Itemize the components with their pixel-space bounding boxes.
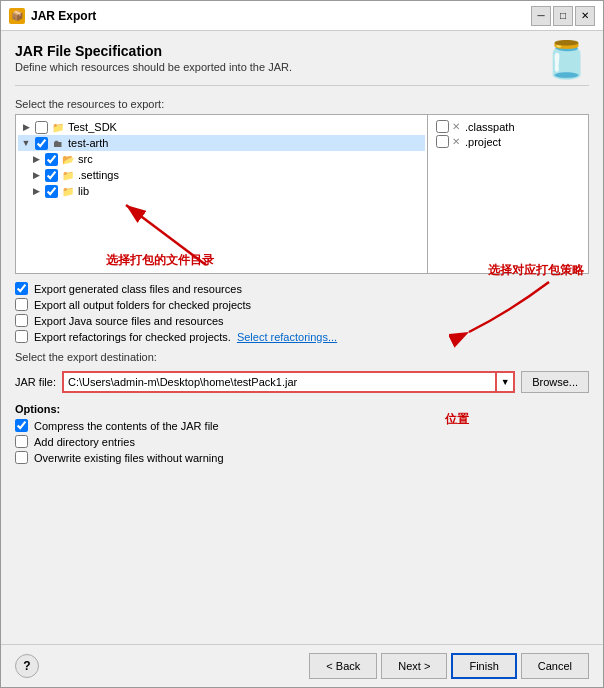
checkbox-src[interactable]: [45, 153, 58, 166]
title-bar: 📦 JAR Export ─ □ ✕: [1, 1, 603, 31]
tree-label-src: src: [78, 153, 93, 165]
tree-label-test-sdk: Test_SDK: [68, 121, 117, 133]
option-refactorings-label: Export refactorings for checked projects…: [34, 331, 231, 343]
option-java-source-label: Export Java source files and resources: [34, 315, 224, 327]
options-label: Options:: [15, 403, 589, 415]
settings-folder-icon: 📁: [61, 168, 75, 182]
src-icon: 📂: [61, 152, 75, 166]
checkbox-overwrite[interactable]: [15, 451, 28, 464]
checkbox-refactorings[interactable]: [15, 330, 28, 343]
jar-file-input[interactable]: [62, 371, 497, 393]
option-compress-label: Compress the contents of the JAR file: [34, 420, 219, 432]
project-icon: 🖿: [51, 136, 65, 150]
option-output-folders-label: Export all output folders for checked pr…: [34, 299, 251, 311]
tree-label-test-arth: test-arth: [68, 137, 108, 149]
section-description: Define which resources should be exporte…: [15, 61, 589, 73]
destination-row: JAR file: ▼ Browse...: [15, 371, 589, 393]
option-dir-entries[interactable]: Add directory entries: [15, 435, 589, 448]
help-button[interactable]: ?: [15, 654, 39, 678]
jar-file-input-wrap: ▼: [62, 371, 515, 393]
destination-label: Select the export destination:: [15, 351, 589, 363]
checkbox-settings[interactable]: [45, 169, 58, 182]
right-item-project[interactable]: ✕ .project: [434, 134, 582, 149]
checkbox-test-sdk[interactable]: [35, 121, 48, 134]
checkbox-project[interactable]: [436, 135, 449, 148]
checkbox-output-folders[interactable]: [15, 298, 28, 311]
tree-panel[interactable]: ▶ 📁 Test_SDK ▼ 🖿 test-arth ▶: [16, 115, 428, 273]
checkbox-java-source[interactable]: [15, 314, 28, 327]
jar-file-label: JAR file:: [15, 376, 56, 388]
close-button[interactable]: ✕: [575, 6, 595, 26]
option-dir-entries-label: Add directory entries: [34, 436, 135, 448]
right-item-classpath[interactable]: ✕ .classpath: [434, 119, 582, 134]
window-title: JAR Export: [31, 9, 531, 23]
finish-button[interactable]: Finish: [451, 653, 516, 679]
x-icon-project: ✕: [452, 136, 460, 147]
annotation-label-2: 选择对应打包策略: [488, 262, 584, 279]
option-refactorings[interactable]: Export refactorings for checked projects…: [15, 330, 589, 343]
label-classpath: .classpath: [465, 121, 515, 133]
option-overwrite[interactable]: Overwrite existing files without warning: [15, 451, 589, 464]
tree-label-settings: .settings: [78, 169, 119, 181]
output-options-section: Options: Compress the contents of the JA…: [15, 401, 589, 464]
maximize-button[interactable]: □: [553, 6, 573, 26]
output-options-list: Compress the contents of the JAR file Ad…: [15, 419, 589, 464]
expand-arrow-arth: ▼: [20, 137, 32, 149]
tree-item-lib[interactable]: ▶ 📁 lib: [18, 183, 425, 199]
section-title: JAR File Specification: [15, 43, 589, 59]
export-options-section: Export generated class files and resourc…: [15, 282, 589, 343]
checkbox-class-files[interactable]: [15, 282, 28, 295]
back-button[interactable]: < Back: [309, 653, 377, 679]
lib-icon: 📁: [61, 184, 75, 198]
destination-section: Select the export destination: JAR file:…: [15, 351, 589, 393]
folder-icon: 📁: [51, 120, 65, 134]
option-output-folders[interactable]: Export all output folders for checked pr…: [15, 298, 589, 311]
dialog-content: JAR File Specification Define which reso…: [1, 31, 603, 644]
position-label: 位置: [445, 411, 469, 428]
next-button[interactable]: Next >: [381, 653, 447, 679]
minimize-button[interactable]: ─: [531, 6, 551, 26]
jar-icon: 🫙: [544, 39, 589, 81]
expand-arrow-settings: ▶: [30, 169, 42, 181]
bottom-bar: ? < Back Next > Finish Cancel: [1, 644, 603, 687]
expand-arrow-lib: ▶: [30, 185, 42, 197]
select-refactorings-link[interactable]: Select refactorings...: [237, 331, 337, 343]
jar-file-dropdown[interactable]: ▼: [497, 371, 515, 393]
expand-arrow-src: ▶: [30, 153, 42, 165]
header-area: JAR File Specification Define which reso…: [15, 43, 589, 86]
checkbox-classpath[interactable]: [436, 120, 449, 133]
tree-item-settings[interactable]: ▶ 📁 .settings: [18, 167, 425, 183]
label-project: .project: [465, 136, 501, 148]
window-icon: 📦: [9, 8, 25, 24]
resources-section: Select the resources to export: ▶ 📁 Test…: [15, 98, 589, 274]
browse-button[interactable]: Browse...: [521, 371, 589, 393]
resources-label: Select the resources to export:: [15, 98, 589, 110]
tree-item-test-sdk[interactable]: ▶ 📁 Test_SDK: [18, 119, 425, 135]
jar-export-window: 📦 JAR Export ─ □ ✕ JAR File Specificatio…: [0, 0, 604, 688]
resources-panel: ▶ 📁 Test_SDK ▼ 🖿 test-arth ▶: [15, 114, 589, 274]
x-icon-classpath: ✕: [452, 121, 460, 132]
option-java-source[interactable]: Export Java source files and resources: [15, 314, 589, 327]
checkbox-dir-entries[interactable]: [15, 435, 28, 448]
right-panel: ✕ .classpath ✕ .project: [428, 115, 588, 273]
option-compress[interactable]: Compress the contents of the JAR file: [15, 419, 589, 432]
expand-arrow: ▶: [20, 121, 32, 133]
annotation-label-1: 选择打包的文件目录: [106, 252, 214, 269]
checkbox-lib[interactable]: [45, 185, 58, 198]
option-overwrite-label: Overwrite existing files without warning: [34, 452, 224, 464]
option-class-files[interactable]: Export generated class files and resourc…: [15, 282, 589, 295]
tree-item-src[interactable]: ▶ 📂 src: [18, 151, 425, 167]
option-class-files-label: Export generated class files and resourc…: [34, 283, 242, 295]
checkbox-compress[interactable]: [15, 419, 28, 432]
checkbox-test-arth[interactable]: [35, 137, 48, 150]
window-controls: ─ □ ✕: [531, 6, 595, 26]
tree-label-lib: lib: [78, 185, 89, 197]
tree-item-test-arth[interactable]: ▼ 🖿 test-arth: [18, 135, 425, 151]
cancel-button[interactable]: Cancel: [521, 653, 589, 679]
